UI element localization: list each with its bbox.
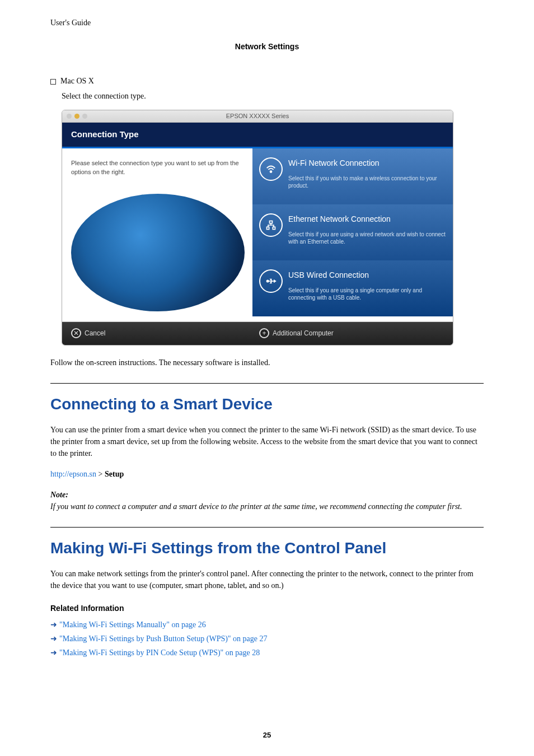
svg-point-4 [267, 280, 269, 282]
ethernet-title: Ethernet Network Connection [288, 213, 446, 225]
usb-icon [259, 269, 283, 293]
svg-rect-2 [267, 227, 269, 229]
panel-title: Connection Type [62, 123, 453, 148]
heading-wifi-control-panel: Making Wi-Fi Settings from the Control P… [50, 527, 484, 560]
additional-computer-button[interactable]: + Additional Computer [252, 322, 453, 345]
page-number: 25 [0, 730, 534, 741]
section-heading: Network Settings [50, 41, 484, 53]
rel3-text: "Making Wi-Fi Settings by PIN Code Setup… [59, 647, 260, 659]
breadcrumb-guide: User's Guide [50, 17, 484, 29]
installer-screenshot: EPSON XXXXX Series Connection Type Pleas… [62, 110, 453, 346]
ethernet-desc: Select this if you are using a wired net… [288, 231, 446, 245]
wifi-control-para: You can make network settings from the p… [50, 568, 484, 591]
smart-device-para: You can use the printer from a smart dev… [50, 424, 484, 459]
option-wifi[interactable]: Wi-Fi Network Connection Select this if … [252, 148, 453, 204]
rel2-text: "Making Wi-Fi Settings by Push Button Se… [59, 633, 268, 645]
os-instruction: Select the connection type. [50, 90, 484, 102]
svg-rect-3 [273, 227, 275, 229]
related-info-heading: Related Information [50, 603, 484, 614]
left-instruction-text: Please select the connection type you wa… [71, 158, 243, 177]
related-link-1[interactable]: ➜ "Making Wi-Fi Settings Manually" on pa… [50, 619, 484, 631]
setup-url-link[interactable]: http://epson.sn [50, 470, 96, 478]
ethernet-icon [259, 213, 283, 237]
setup-gt: > [96, 470, 105, 478]
setup-line: http://epson.sn > Setup [50, 468, 484, 480]
setup-bold: Setup [105, 470, 124, 478]
note-body: If you want to connect a computer and a … [50, 501, 484, 512]
related-link-2[interactable]: ➜ "Making Wi-Fi Settings by Push Button … [50, 633, 484, 645]
option-ethernet[interactable]: Ethernet Network Connection Select this … [252, 204, 453, 260]
wifi-desc: Select this if you wish to make a wirele… [288, 175, 446, 189]
svg-rect-1 [270, 221, 273, 223]
os-label: Mac OS X [60, 75, 94, 87]
usb-title: USB Wired Connection [288, 269, 446, 281]
wifi-title: Wi-Fi Network Connection [288, 157, 446, 169]
additional-label: Additional Computer [273, 328, 334, 338]
usb-desc: Select this if you are using a single co… [288, 287, 446, 301]
arrow-icon: ➜ [50, 633, 57, 645]
globe-image [71, 194, 245, 311]
option-usb[interactable]: USB Wired Connection Select this if you … [252, 260, 453, 316]
os-bullet-row: Mac OS X [50, 75, 484, 87]
note-label: Note: [50, 489, 484, 501]
note-block: Note: If you want to connect a computer … [50, 489, 484, 512]
window-title: EPSON XXXXX Series [62, 111, 453, 121]
cancel-label: Cancel [85, 328, 105, 338]
wifi-icon [259, 157, 283, 181]
follow-instructions-text: Follow the on-screen instructions. The n… [50, 357, 484, 368]
cancel-button[interactable]: ✕ Cancel [62, 322, 252, 345]
window-titlebar: EPSON XXXXX Series [62, 110, 453, 123]
plus-icon: + [259, 328, 269, 338]
rel1-text: "Making Wi-Fi Settings Manually" on page… [59, 619, 206, 631]
checkbox-icon [50, 79, 56, 85]
arrow-icon: ➜ [50, 647, 57, 659]
heading-smart-device: Connecting to a Smart Device [50, 383, 484, 416]
arrow-icon: ➜ [50, 619, 57, 631]
cancel-icon: ✕ [71, 328, 81, 338]
svg-point-0 [270, 171, 272, 172]
related-link-3[interactable]: ➜ "Making Wi-Fi Settings by PIN Code Set… [50, 647, 484, 659]
